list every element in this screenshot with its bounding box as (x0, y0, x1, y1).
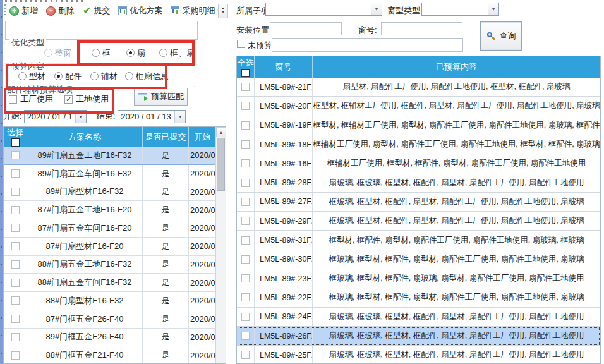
chevron-down-icon[interactable]: ▾ (75, 111, 86, 123)
budget-match-button[interactable]: 预算匹配 (134, 88, 188, 106)
chevron-down-icon[interactable]: ▾ (174, 111, 185, 123)
table-row[interactable]: LM5L-89#-27F25 框玻璃, 框型材, 框配件, 扇型材, 扇配件工厂… (237, 193, 600, 212)
purchase-detail-button[interactable]: 采购明细 ▾ (171, 5, 220, 16)
row-checkbox-cell[interactable] (4, 219, 27, 237)
row-checkbox[interactable] (11, 351, 20, 360)
table-row[interactable]: 87#门扇五金工地F16-F20 是 2020/0 (4, 201, 226, 219)
install-pos-input[interactable] (270, 22, 342, 35)
row-checkbox-cell[interactable] (237, 116, 255, 135)
row-checkbox-cell[interactable] (4, 329, 27, 346)
row-checkbox-cell[interactable] (237, 97, 255, 115)
chevron-down-icon[interactable]: ▾ (371, 3, 382, 15)
row-checkbox-cell[interactable] (237, 212, 255, 230)
row-checkbox[interactable] (241, 198, 250, 206)
table-row[interactable]: LM5L-89#-16F15 框辅材工厂使用, 框型材, 框配件, 扇型材, 扇… (237, 154, 600, 173)
no-budget-input[interactable] (272, 38, 463, 52)
row-checkbox-cell[interactable] (237, 250, 255, 269)
optimize-plan-button[interactable]: 优化方案 (118, 5, 162, 16)
table-row[interactable]: 89#门扇型材F16-F32 是 2020/0 (4, 183, 226, 202)
table-row[interactable]: LM5L-89#-25F23 扇玻璃, 框玻璃, 框型材, 框配件, 扇型材, … (237, 346, 600, 364)
factory-use-label[interactable]: 工厂使用 (20, 94, 53, 105)
row-checkbox-cell[interactable] (4, 274, 27, 291)
table-row[interactable]: LM5L-89#-18F16 框辅材工厂使用, 扇型材, 扇配件工厂使用, 扇配… (237, 135, 600, 154)
row-checkbox-cell[interactable] (237, 135, 255, 154)
site-use-label[interactable]: 工地使用 (76, 94, 109, 105)
radio-fitting[interactable] (54, 72, 63, 80)
radio-frame-sash-label[interactable]: 框、扇 (170, 47, 195, 59)
radio-frame[interactable] (92, 49, 100, 57)
submitted-column-header[interactable]: 是否已提交 (143, 127, 189, 147)
select-all-checkbox[interactable] (11, 138, 20, 147)
table-row[interactable]: 88#门扇五金工地F16-F32 是 2020/0 (4, 256, 226, 274)
row-checkbox[interactable] (241, 313, 250, 321)
scroll-up-icon[interactable]: ▲ (216, 127, 226, 137)
row-checkbox-cell[interactable] (4, 201, 27, 219)
table-row[interactable]: LM5L-89#-23F21 框玻璃, 框型材, 框配件, 扇玻璃, 扇型材, … (237, 269, 600, 288)
row-checkbox-cell[interactable] (4, 310, 27, 328)
row-checkbox[interactable] (241, 332, 250, 340)
row-checkbox[interactable] (11, 279, 20, 287)
row-checkbox[interactable] (11, 260, 20, 269)
row-checkbox[interactable] (241, 351, 250, 359)
row-checkbox[interactable] (241, 179, 250, 187)
row-checkbox[interactable] (11, 224, 20, 232)
row-checkbox[interactable] (241, 255, 250, 264)
row-checkbox-cell[interactable] (4, 292, 27, 310)
row-checkbox-cell[interactable] (237, 173, 255, 191)
radio-profile-label[interactable]: 型材 (29, 71, 45, 82)
row-checkbox[interactable] (11, 169, 20, 178)
table-row[interactable]: 89#门框五金F26-F40 是 2020/0 (4, 329, 226, 347)
table-row[interactable]: 89#门扇五金车间F16-F32 是 2020/0 (4, 165, 226, 183)
row-checkbox[interactable] (241, 217, 250, 225)
delete-button[interactable]: − 删除 (46, 5, 75, 16)
row-checkbox[interactable] (241, 83, 250, 91)
table-row[interactable]: 88#门扇五金车间F16-F32 是 2020/0 (4, 274, 226, 292)
table-row-selected[interactable]: LM5L-89#-26F24 扇玻璃, 框玻璃, 框型材, 框配件, 扇型材, … (237, 327, 600, 346)
row-checkbox[interactable] (241, 293, 250, 301)
row-checkbox-cell[interactable] (4, 165, 27, 183)
window-no-input[interactable] (381, 22, 462, 35)
radio-frame-label[interactable]: 框 (102, 47, 111, 59)
radio-fitting-label[interactable]: 配件 (65, 71, 82, 82)
chevron-down-icon[interactable]: ▾ (488, 3, 498, 15)
query-button[interactable]: 查询 (480, 21, 522, 51)
radio-auxiliary-label[interactable]: 辅材 (101, 71, 118, 82)
row-checkbox[interactable] (11, 315, 20, 323)
radio-sash-label[interactable]: 扇 (137, 47, 145, 59)
table-row[interactable]: 88#门扇型材F16-F32 是 2020/0 (4, 292, 226, 310)
row-checkbox-cell[interactable] (237, 231, 255, 249)
vertical-scrollbar[interactable]: ▲ (215, 127, 226, 363)
no-budget-checkbox[interactable] (237, 40, 245, 48)
table-row[interactable]: LM5L-89#-29F27 框玻璃, 框型材, 框配件, 扇型材, 扇配件工厂… (237, 212, 600, 231)
table-row[interactable]: LM5L-89#-28F26 扇玻璃, 框玻璃, 框型材, 框配件, 扇型材, … (237, 173, 600, 192)
radio-auxiliary[interactable] (90, 72, 99, 80)
window-type-select[interactable]: ▾ (421, 3, 499, 16)
row-checkbox[interactable] (11, 206, 20, 214)
table-row[interactable]: 87#门框五金F26-F40 是 2020/0 (4, 310, 226, 329)
radio-sash[interactable] (126, 49, 135, 57)
budgeted-column-header[interactable]: 已预算内容 (313, 56, 600, 78)
toolbar-overflow-button[interactable]: ▾ (218, 4, 228, 18)
row-checkbox-cell[interactable] (237, 269, 255, 288)
window-no-column-header[interactable]: 窗号 (255, 56, 313, 78)
table-row[interactable]: LM5L-89#-19F17 框型材, 框辅材工厂使用, 扇型材, 扇配件工厂使… (237, 116, 600, 135)
row-checkbox[interactable] (11, 151, 20, 159)
table-row[interactable]: 88#门框五金F21-F40 是 2020/0 (4, 346, 226, 364)
new-button[interactable]: + 新增 (9, 5, 38, 16)
select-all-checkbox[interactable] (241, 69, 250, 77)
table-row[interactable]: LM5L-89#-24F22 扇玻璃, 框玻璃, 框型材, 框配件, 扇型材, … (237, 308, 600, 327)
row-checkbox[interactable] (241, 102, 250, 110)
end-date-picker[interactable]: 2020 / 01 / 13 ▾ (118, 110, 186, 123)
row-checkbox-cell[interactable] (4, 183, 27, 201)
row-checkbox-cell[interactable] (4, 346, 27, 364)
checkbox-unchecked[interactable] (9, 95, 17, 104)
table-row[interactable]: LM5L-89#-31F29 框型材, 框配件, 扇型材, 扇配件工厂使用, 扇… (237, 231, 600, 250)
row-checkbox-cell[interactable] (237, 154, 255, 173)
radio-frame-sash[interactable] (159, 49, 167, 57)
row-checkbox[interactable] (11, 333, 20, 341)
table-row[interactable]: LM5L-89#-30F28 框玻璃, 框型材, 框配件, 扇型材, 扇配件工厂… (237, 250, 600, 269)
row-checkbox[interactable] (241, 140, 250, 149)
row-checkbox-cell[interactable] (237, 327, 255, 345)
toolbar-grip-icon[interactable] (4, 4, 6, 17)
row-checkbox[interactable] (241, 159, 250, 167)
